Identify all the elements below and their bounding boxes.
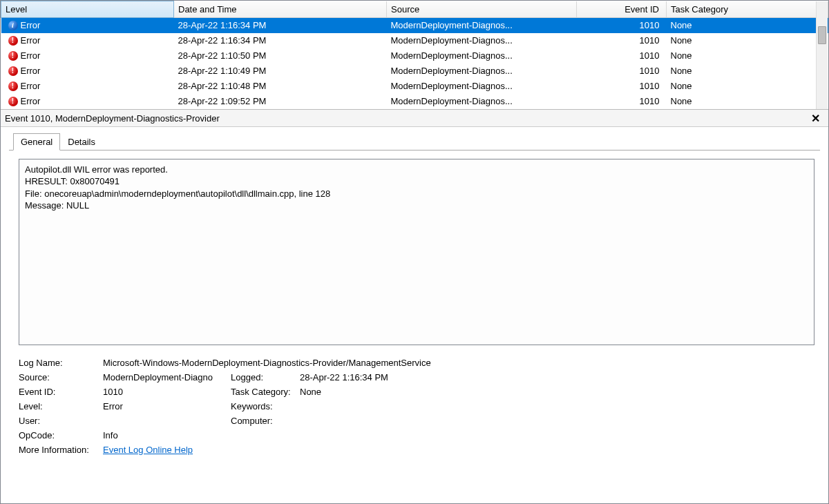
cell-eventid: 1010 xyxy=(577,79,667,94)
table-row[interactable]: Error28-Apr-22 1:16:34 PMModernDeploymen… xyxy=(1,18,828,33)
cell-category: None xyxy=(667,33,828,48)
cell-category: None xyxy=(667,79,828,94)
value-opcode: Info xyxy=(103,430,814,440)
value-logname: Microsoft-Windows-ModernDeployment-Diagn… xyxy=(103,358,814,368)
value-level: Error xyxy=(103,401,231,411)
label-keywords: Keywords: xyxy=(231,401,300,411)
value-logged: 28-Apr-22 1:16:34 PM xyxy=(300,372,814,382)
value-eventid: 1010 xyxy=(103,387,231,397)
cell-source: ModernDeployment-Diagnos... xyxy=(387,18,577,33)
cell-datetime: 28-Apr-22 1:10:49 PM xyxy=(174,64,387,79)
label-opcode: OpCode: xyxy=(19,430,103,440)
table-row[interactable]: Error28-Apr-22 1:10:48 PMModernDeploymen… xyxy=(1,79,828,94)
event-log-help-link[interactable]: Event Log Online Help xyxy=(103,445,193,455)
label-user: User: xyxy=(19,416,103,426)
cell-category: None xyxy=(667,64,828,79)
value-category: None xyxy=(300,387,814,397)
label-logname: Log Name: xyxy=(19,358,103,368)
cell-source: ModernDeployment-Diagnos... xyxy=(387,94,577,109)
cell-source: ModernDeployment-Diagnos... xyxy=(387,79,577,94)
cell-level: Error xyxy=(21,66,41,76)
table-row[interactable]: Error28-Apr-22 1:16:34 PMModernDeploymen… xyxy=(1,33,828,48)
cell-source: ModernDeployment-Diagnos... xyxy=(387,48,577,64)
error-icon xyxy=(8,51,18,61)
value-source: ModernDeployment-Diagno xyxy=(103,372,231,382)
table-row[interactable]: Error28-Apr-22 1:09:52 PMModernDeploymen… xyxy=(1,94,828,109)
error-icon xyxy=(8,66,18,76)
cell-datetime: 28-Apr-22 1:10:50 PM xyxy=(174,48,387,64)
col-header-level[interactable]: Level xyxy=(1,1,174,18)
cell-eventid: 1010 xyxy=(577,48,667,64)
col-header-datetime[interactable]: Date and Time xyxy=(174,1,387,18)
value-keywords xyxy=(300,401,814,411)
cell-level: Error xyxy=(21,50,41,61)
cell-datetime: 28-Apr-22 1:16:34 PM xyxy=(174,33,387,48)
error-icon xyxy=(8,81,18,91)
detail-title: Event 1010, ModernDeployment-Diagnostics… xyxy=(5,113,220,124)
cell-datetime: 28-Apr-22 1:16:34 PM xyxy=(174,18,387,33)
event-message: Autopilot.dll WIL error was reported. HR… xyxy=(19,159,814,345)
event-table: Level Date and Time Source Event ID Task… xyxy=(1,1,828,109)
label-source: Source: xyxy=(19,372,103,382)
cell-category: None xyxy=(667,94,828,109)
col-header-source[interactable]: Source xyxy=(387,1,577,18)
vertical-scrollbar[interactable] xyxy=(816,1,828,109)
close-icon[interactable]: ✕ xyxy=(808,112,823,125)
scrollbar-thumb[interactable] xyxy=(818,26,826,44)
label-category: Task Category: xyxy=(231,387,300,397)
cell-eventid: 1010 xyxy=(577,33,667,48)
value-user xyxy=(103,416,231,426)
table-row[interactable]: Error28-Apr-22 1:10:50 PMModernDeploymen… xyxy=(1,48,828,64)
cell-level: Error xyxy=(21,96,41,106)
tab-general[interactable]: General xyxy=(13,133,60,151)
error-icon xyxy=(8,97,18,106)
label-computer: Computer: xyxy=(231,416,300,426)
table-row[interactable]: Error28-Apr-22 1:10:49 PMModernDeploymen… xyxy=(1,64,828,79)
tab-details[interactable]: Details xyxy=(60,133,103,151)
cell-datetime: 28-Apr-22 1:10:48 PM xyxy=(174,79,387,94)
col-header-eventid[interactable]: Event ID xyxy=(577,1,667,18)
cell-datetime: 28-Apr-22 1:09:52 PM xyxy=(174,94,387,109)
cell-source: ModernDeployment-Diagnos... xyxy=(387,64,577,79)
cell-eventid: 1010 xyxy=(577,18,667,33)
cell-category: None xyxy=(667,18,828,33)
col-header-category[interactable]: Task Category xyxy=(667,1,828,18)
value-computer xyxy=(300,416,814,426)
cell-level: Error xyxy=(21,20,41,30)
cell-eventid: 1010 xyxy=(577,94,667,109)
cell-source: ModernDeployment-Diagnos... xyxy=(387,33,577,48)
cell-eventid: 1010 xyxy=(577,64,667,79)
info-icon xyxy=(8,21,18,30)
cell-level: Error xyxy=(21,35,41,46)
label-eventid: Event ID: xyxy=(19,387,103,397)
cell-level: Error xyxy=(21,81,41,91)
label-moreinfo: More Information: xyxy=(19,445,103,455)
error-icon xyxy=(8,36,18,46)
label-logged: Logged: xyxy=(231,372,300,382)
cell-category: None xyxy=(667,48,828,64)
label-level: Level: xyxy=(19,401,103,411)
